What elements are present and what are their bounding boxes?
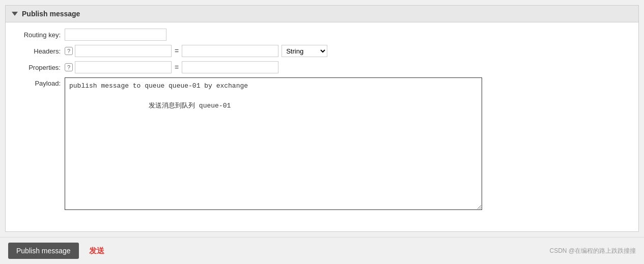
headers-label: Headers: (14, 47, 65, 55)
routing-key-label: Routing key: (14, 31, 65, 39)
footer-credit: CSDN @在编程的路上跌跌撞撞 (549, 247, 636, 255)
publish-message-button[interactable]: Publish message (8, 243, 79, 259)
properties-row: Properties: ? = (14, 61, 630, 73)
headers-type-select[interactable]: String Number Boolean (282, 45, 327, 57)
section-title: Publish message (22, 10, 80, 18)
section-header: Publish message (6, 6, 638, 22)
payload-row: Payload: publish message to queue queue-… (14, 77, 630, 210)
footer: Publish message 发送 CSDN @在编程的路上跌跌撞撞 (0, 237, 644, 264)
routing-key-input[interactable] (65, 29, 166, 41)
properties-label: Properties: (14, 64, 65, 71)
headers-key-input[interactable] (75, 45, 172, 57)
headers-row: Headers: ? = String Number Boolean (14, 45, 630, 57)
payload-textarea[interactable]: publish message to queue queue-01 by exc… (65, 77, 482, 210)
headers-equals: = (172, 47, 182, 55)
properties-key-input[interactable] (75, 61, 172, 73)
footer-left: Publish message 发送 (8, 243, 104, 259)
headers-help-icon[interactable]: ? (65, 47, 73, 55)
payload-label: Payload: (14, 77, 65, 87)
properties-value-input[interactable] (182, 61, 278, 73)
send-link[interactable]: 发送 (89, 246, 104, 256)
publish-section: Publish message Routing key: Headers: ? … (5, 5, 639, 232)
collapse-icon[interactable] (12, 12, 18, 16)
routing-key-row: Routing key: (14, 29, 630, 41)
form-area: Routing key: Headers: ? = String Number … (6, 22, 638, 220)
properties-help-icon[interactable]: ? (65, 63, 73, 71)
properties-equals: = (172, 63, 182, 71)
page-container: Publish message Routing key: Headers: ? … (0, 0, 644, 264)
headers-value-input[interactable] (182, 45, 278, 57)
